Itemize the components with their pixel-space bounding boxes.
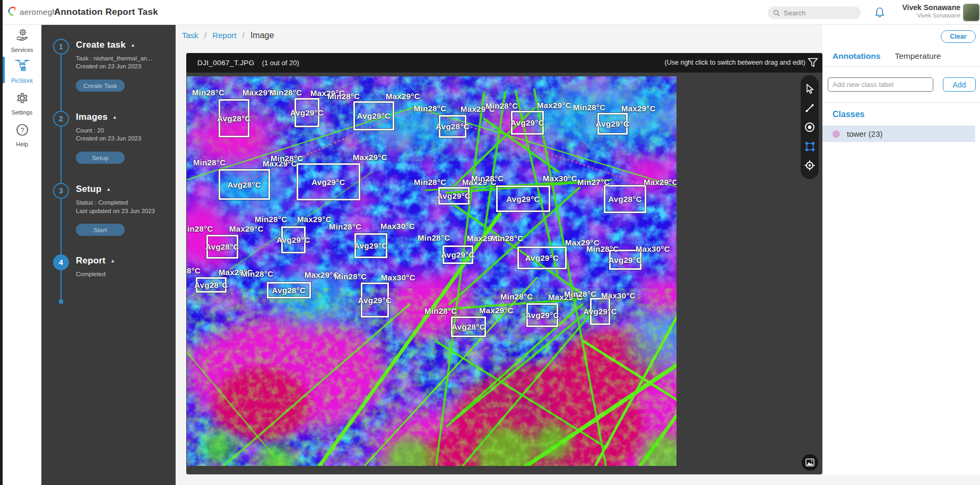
annotation-box[interactable]: Avg29°C <box>361 283 389 318</box>
annotation-box[interactable]: Avg28°C <box>196 277 227 293</box>
tool-palette <box>801 75 819 179</box>
step-1-title[interactable]: Create task▲ <box>76 40 135 50</box>
sidebar-item-help[interactable]: ? Help <box>3 122 41 147</box>
settings-icon <box>15 91 30 105</box>
sidebar-item-settings[interactable]: Settings <box>3 91 41 116</box>
classes-title: Classes <box>832 110 865 119</box>
annotation-avg-label: Avg29°C <box>583 307 617 316</box>
bottom-scroll-area[interactable] <box>176 474 980 485</box>
image-filename: DJI_0067_T.JPG <box>197 59 255 67</box>
sidebar-item-picstork[interactable]: 23 PicStork <box>3 58 41 84</box>
image-viewer-panel: DJI_0067_T.JPG (1 out of 20) (Use right … <box>186 53 822 474</box>
annotation-box[interactable]: Avg29°C <box>353 101 394 130</box>
step-3-line2: Last updated on 23 Jun 2023 <box>76 208 155 214</box>
annotation-avg-label: Avg29°C <box>441 250 474 259</box>
annotation-box[interactable]: Avg29°C <box>297 163 360 200</box>
annotation-avg-label: Avg29°C <box>510 118 544 127</box>
rectangle-tool-active[interactable] <box>803 140 816 153</box>
app-window: aeromegh Annotation Report Task Search V… <box>0 0 980 485</box>
annotation-avg-label: Avg29°C <box>525 311 559 320</box>
annotation-layer: Avg28°CAvg29°CAvg29°CAvg28°CAvg29°CAvg29… <box>187 76 677 466</box>
annotation-box[interactable]: Avg29°C <box>443 245 473 264</box>
annotation-box[interactable]: Avg29°C <box>511 111 544 135</box>
add-class-button[interactable]: Add <box>943 77 976 92</box>
annotation-box[interactable]: Avg28°C <box>219 169 270 200</box>
annotation-box[interactable]: Avg29°C <box>281 226 306 253</box>
annotation-minmax-label: Min28°C <box>564 289 596 298</box>
collapse-caret-icon[interactable]: ▲ <box>110 258 115 263</box>
collapse-caret-icon[interactable]: ▲ <box>112 114 117 120</box>
annotation-avg-label: Avg29°C <box>357 111 391 120</box>
class-name: tower (23) <box>847 129 883 138</box>
annotation-minmax-label: Max29°C <box>537 101 571 110</box>
step-3-title[interactable]: Setup▲ <box>76 184 111 195</box>
line-tool[interactable] <box>803 102 816 114</box>
step-3-circle: 3 <box>53 183 69 199</box>
annotation-minmax-label: Min28°C <box>586 244 619 253</box>
class-row[interactable]: tower (23) <box>822 126 975 142</box>
annotation-box[interactable]: Avg29°C <box>438 187 470 205</box>
user-block[interactable]: Vivek Sonawane Vivek Sonawane <box>862 3 960 22</box>
start-button[interactable]: Start <box>76 224 125 236</box>
annotation-box[interactable]: Avg28°C <box>604 185 646 213</box>
annotation-avg-label: Avg29°C <box>358 296 392 305</box>
step-4-line1: Completed <box>76 271 106 277</box>
annotation-box[interactable]: Avg29°C <box>597 113 628 135</box>
collapse-caret-icon[interactable]: ▲ <box>131 42 135 48</box>
target-tool[interactable] <box>803 159 816 172</box>
annotation-box[interactable]: Avg29°C <box>590 298 610 325</box>
sidebar-item-services[interactable]: Services <box>3 27 41 53</box>
annotation-minmax-label: Max30°C <box>380 222 415 231</box>
annotation-avg-label: Avg29°C <box>290 108 324 117</box>
annotation-minmax-label: Min28°C <box>414 178 446 187</box>
annotation-avg-label: Avg28°C <box>608 195 641 204</box>
add-class-input[interactable] <box>828 77 933 92</box>
annotation-box[interactable]: Avg29°C <box>496 186 550 212</box>
image-gallery-button[interactable] <box>802 454 818 471</box>
annotation-box[interactable]: Avg28°C <box>267 282 311 298</box>
filter-icon[interactable] <box>808 58 819 68</box>
circle-tool[interactable] <box>803 121 816 134</box>
create-task-button[interactable]: Create Task <box>76 80 125 92</box>
step-4-circle: 4 <box>53 254 69 270</box>
breadcrumb-task[interactable]: Task <box>182 31 198 40</box>
breadcrumb-report[interactable]: Report <box>212 31 236 40</box>
annotation-box[interactable]: Avg29°C <box>294 98 319 127</box>
circle-tool-icon <box>804 122 815 133</box>
thermal-image[interactable]: Avg28°CAvg29°CAvg29°CAvg28°CAvg29°CAvg29… <box>187 76 677 466</box>
cursor-tool[interactable] <box>803 83 816 95</box>
target-tool-icon <box>804 160 815 171</box>
annotation-box[interactable]: Avg29°C <box>354 233 387 258</box>
avatar[interactable] <box>963 4 979 21</box>
user-subtitle: Vivek Sonawane <box>862 12 960 19</box>
annotations-panel: Annotations Temperature Add Classes towe… <box>822 25 980 485</box>
step-4-title[interactable]: Report▲ <box>76 255 115 266</box>
annotation-box[interactable]: Avg29°C <box>526 303 558 327</box>
step-2-line1: Count : 20 <box>76 127 104 134</box>
user-name: Vivek Sonawane <box>862 3 960 12</box>
annotation-avg-label: Avg28°C <box>194 280 228 289</box>
page-title: Annotation Report Task <box>54 7 158 17</box>
annotation-box[interactable]: Avg28°C <box>439 115 466 138</box>
annotation-box[interactable]: Avg28°C <box>451 316 486 337</box>
class-color-dot <box>832 130 840 138</box>
annotation-box[interactable]: Avg29°C <box>517 246 567 269</box>
annotation-box[interactable]: Avg28°C <box>206 235 238 259</box>
sidebar-item-label: Settings <box>3 109 41 116</box>
collapse-caret-icon[interactable]: ▲ <box>106 187 111 192</box>
tab-temperature[interactable]: Temperature <box>895 51 941 61</box>
annotation-minmax-label: Min28°C <box>193 158 226 167</box>
brand-logo[interactable]: aeromegh <box>7 6 57 17</box>
search-input[interactable]: Search <box>768 6 861 19</box>
annotation-minmax-label: Max29°C <box>297 215 332 224</box>
tab-annotations[interactable]: Annotations <box>832 51 880 61</box>
annotation-minmax-label: in28°C <box>187 224 213 233</box>
annotation-minmax-label: Min28°C <box>485 101 518 110</box>
step-2-title[interactable]: Images▲ <box>76 112 117 122</box>
annotation-minmax-label: Min28°C <box>271 154 303 163</box>
clear-button[interactable]: Clear <box>941 30 976 43</box>
setup-button[interactable]: Setup <box>76 152 125 164</box>
annotation-box[interactable]: Avg28°C <box>219 99 249 137</box>
annotation-minmax-label: Max30°C <box>601 291 636 300</box>
svg-text:23: 23 <box>21 68 24 71</box>
